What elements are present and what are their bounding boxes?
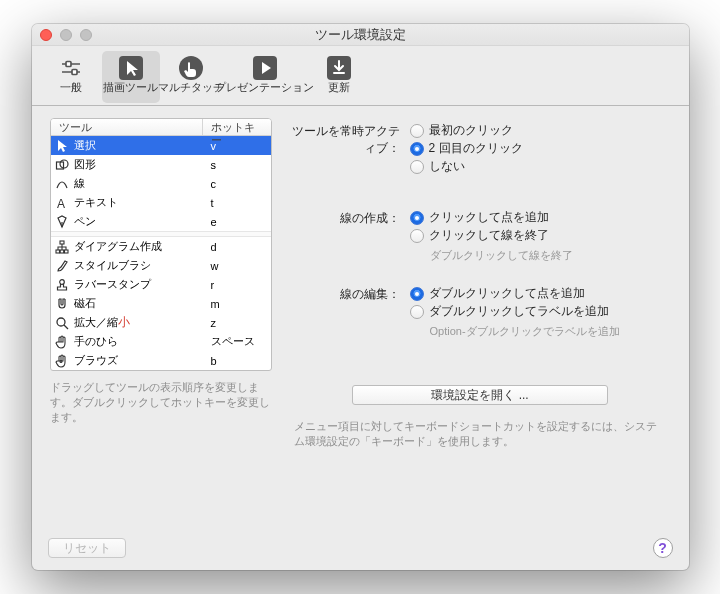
tool-icon <box>51 215 73 229</box>
tool-name: 手のひら <box>73 334 203 349</box>
line-create-label: 線の作成： <box>290 209 410 227</box>
shortcut-hint: メニュー項目に対してキーボードショートカットを設定するには、システム環境設定の「… <box>290 419 671 449</box>
prefs-window: ツール環境設定 一般 描画ツール <box>32 24 689 570</box>
table-row[interactable]: 磁石m <box>51 294 271 313</box>
tool-hotkey: e <box>203 216 271 228</box>
tab-multitouch[interactable]: マルチタッチ <box>162 51 220 103</box>
table-row[interactable]: 拡大／縮小z <box>51 313 271 332</box>
radio-click-add-point[interactable]: クリックして点を追加 <box>410 209 573 226</box>
tab-drawing-tools[interactable]: 描画ツール <box>102 51 160 103</box>
tool-hotkey: s <box>203 159 271 171</box>
tool-hotkey: v <box>203 140 271 152</box>
tab-presentation[interactable]: プレゼンテーション <box>222 51 308 103</box>
col-tool-header[interactable]: ツール <box>51 119 203 135</box>
options-panel: ツールを常時アクティブ： 最初のクリック 2 回目のクリック しない 線の作成：… <box>290 118 671 520</box>
tab-update[interactable]: 更新 <box>310 51 368 103</box>
tool-name: テキスト <box>73 195 203 210</box>
tool-icon <box>51 335 73 349</box>
tool-name: ペン <box>73 214 203 229</box>
table-row[interactable]: 選択v <box>51 136 271 155</box>
reorder-hint: ドラッグしてツールの表示順序を変更します。ダブルクリックしてホットキーを変更しま… <box>50 380 272 426</box>
tool-hotkey: m <box>203 298 271 310</box>
table-row[interactable]: 図形s <box>51 155 271 174</box>
table-row[interactable]: ダイアグラム作成d <box>51 237 271 256</box>
window-controls <box>40 29 92 41</box>
table-row[interactable]: ペンe <box>51 212 271 231</box>
download-icon <box>325 54 353 82</box>
tool-name: 線 <box>73 176 203 191</box>
zoom-button[interactable] <box>80 29 92 41</box>
tool-icon: A <box>51 196 73 210</box>
table-row[interactable]: 手のひらスペース <box>51 332 271 351</box>
close-button[interactable] <box>40 29 52 41</box>
svg-point-16 <box>59 279 64 284</box>
svg-rect-3 <box>72 70 77 75</box>
tool-hotkey: スペース <box>203 334 271 349</box>
reset-button[interactable]: リセット <box>48 538 126 558</box>
radio-click-end-line[interactable]: クリックして線を終了 <box>410 227 573 244</box>
line-edit-group: 線の編集： ダブルクリックして点を追加 ダブルクリックしてラベルを追加 Opti… <box>290 285 671 343</box>
line-create-hint: ダブルクリックして線を終了 <box>430 248 573 263</box>
tool-hotkey: w <box>203 260 271 272</box>
always-active-group: ツールを常時アクティブ： 最初のクリック 2 回目のクリック しない <box>290 122 671 175</box>
tool-name: 選択 <box>73 138 203 153</box>
line-edit-label: 線の編集： <box>290 285 410 303</box>
help-button[interactable]: ? <box>653 538 673 558</box>
svg-text:A: A <box>57 197 65 210</box>
table-row[interactable]: Aテキストt <box>51 193 271 212</box>
tool-hotkey: t <box>203 197 271 209</box>
open-prefs-button[interactable]: 環境設定を開く ... <box>352 385 608 405</box>
tool-name: 図形 <box>73 157 203 172</box>
tool-name: ブラウズ <box>73 353 203 368</box>
table-row[interactable]: ブラウズb <box>51 351 271 370</box>
radio-never[interactable]: しない <box>410 158 523 175</box>
touch-icon <box>177 54 205 82</box>
radio-second-click[interactable]: 2 回目のクリック <box>410 140 523 157</box>
table-row[interactable]: 線c <box>51 174 271 193</box>
svg-rect-2 <box>66 62 71 67</box>
window-title: ツール環境設定 <box>32 26 689 44</box>
cursor-icon <box>117 54 145 82</box>
tool-hotkey: r <box>203 279 271 291</box>
tool-name: ダイアグラム作成 <box>73 239 203 254</box>
table-header: ツール ホットキー <box>51 119 271 136</box>
tool-icon <box>51 177 73 191</box>
tool-list[interactable]: ツール ホットキー 選択v図形s線cAテキストtペンeダイアグラム作成dスタイル… <box>50 118 272 371</box>
table-row[interactable]: ラバースタンプr <box>51 275 271 294</box>
svg-point-17 <box>57 318 65 326</box>
svg-rect-13 <box>56 250 60 253</box>
tool-hotkey: z <box>203 317 271 329</box>
svg-rect-12 <box>60 241 64 244</box>
table-row[interactable]: スタイルブラシw <box>51 256 271 275</box>
tool-icon <box>51 259 73 273</box>
footer: リセット ? <box>32 530 689 570</box>
tool-hotkey: d <box>203 241 271 253</box>
svg-rect-14 <box>60 250 64 253</box>
tool-hotkey: c <box>203 178 271 190</box>
tool-icon <box>51 158 73 172</box>
svg-line-18 <box>64 325 68 329</box>
svg-rect-15 <box>64 250 68 253</box>
tool-list-panel: ツール ホットキー 選択v図形s線cAテキストtペンeダイアグラム作成dスタイル… <box>50 118 272 520</box>
tool-name: スタイルブラシ <box>73 258 203 273</box>
radio-dbl-add-label[interactable]: ダブルクリックしてラベルを追加 <box>410 303 620 320</box>
minimize-button[interactable] <box>60 29 72 41</box>
radio-dbl-add-point[interactable]: ダブルクリックして点を追加 <box>410 285 620 302</box>
tool-icon <box>51 240 73 254</box>
sliders-icon <box>57 54 85 82</box>
tool-name: 拡大／縮小 <box>73 314 203 331</box>
tool-icon <box>51 278 73 292</box>
tool-hotkey: b <box>203 355 271 367</box>
tool-icon <box>51 316 73 330</box>
play-icon <box>251 54 279 82</box>
tool-icon <box>51 297 73 311</box>
line-edit-hint: Option-ダブルクリックでラベルを追加 <box>430 324 620 339</box>
line-create-group: 線の作成： クリックして点を追加 クリックして線を終了 ダブルクリックして線を終… <box>290 209 671 267</box>
tool-name: 磁石 <box>73 296 203 311</box>
toolbar: 一般 描画ツール マルチタッチ プレゼンテーション <box>32 46 689 106</box>
radio-first-click[interactable]: 最初のクリック <box>410 122 523 139</box>
col-hotkey-header[interactable]: ホットキー <box>203 119 271 135</box>
tab-general[interactable]: 一般 <box>42 51 100 103</box>
tool-icon <box>51 354 73 368</box>
tool-name: ラバースタンプ <box>73 277 203 292</box>
